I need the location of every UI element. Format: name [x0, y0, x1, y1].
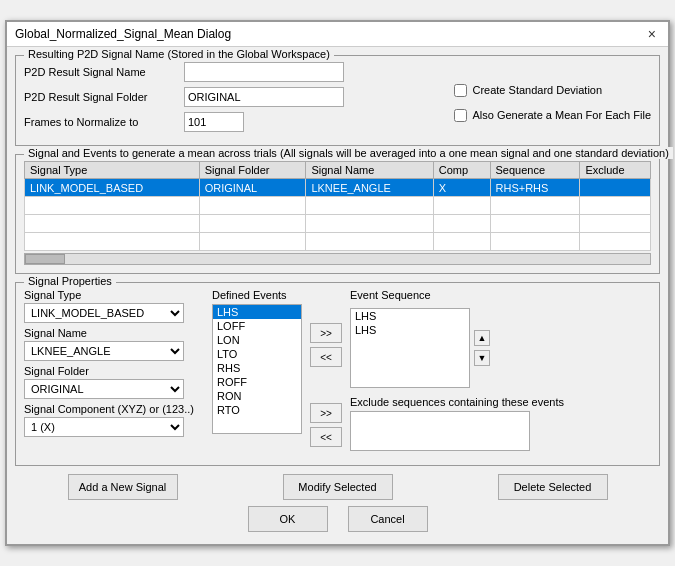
seq-scroll-down[interactable]: ▼ — [474, 350, 490, 366]
list-item[interactable]: RHS — [213, 361, 301, 375]
seq-scroll-arrows: ▲ ▼ — [474, 308, 490, 388]
resulting-p2d-title: Resulting P2D Signal Name (Stored in the… — [24, 48, 334, 60]
event-arrow-bottom: >> << — [310, 387, 342, 447]
create-std-checkbox[interactable] — [454, 84, 467, 97]
p2d-result-input[interactable] — [184, 62, 344, 82]
list-item[interactable]: ROFF — [213, 375, 301, 389]
modify-selected-button[interactable]: Modify Selected — [283, 474, 393, 500]
event-arrow-group: >> << >> << — [310, 289, 342, 451]
p2d-folder-label: P2D Result Signal Folder — [24, 91, 184, 103]
p2d-result-row: P2D Result Signal Name — [24, 62, 434, 82]
add-event-button[interactable]: >> — [310, 323, 342, 343]
list-item[interactable]: LON — [213, 333, 301, 347]
add-signal-button[interactable]: Add a New Signal — [68, 474, 178, 500]
list-item[interactable]: LOFF — [213, 319, 301, 333]
table-cell — [25, 233, 200, 251]
table-cell — [490, 197, 580, 215]
add-exclude-button[interactable]: >> — [310, 403, 342, 423]
remove-event-button[interactable]: << — [310, 347, 342, 367]
p2d-result-label: P2D Result Signal Name — [24, 66, 184, 78]
table-row[interactable] — [25, 233, 651, 251]
col-signal-name: Signal Name — [306, 162, 433, 179]
signal-folder-label: Signal Folder — [24, 365, 204, 377]
signal-name-label: Signal Name — [24, 327, 204, 339]
list-item[interactable]: RON — [213, 389, 301, 403]
list-item[interactable]: RTO — [213, 403, 301, 417]
props-left: Signal Type LINK_MODEL_BASED Signal Name… — [24, 289, 204, 451]
table-header-row: Signal Type Signal Folder Signal Name Co… — [25, 162, 651, 179]
main-dialog: Global_Normalized_Signal_Mean Dialog × R… — [5, 20, 670, 546]
also-generate-checkbox[interactable] — [454, 109, 467, 122]
defined-events-title: Defined Events — [212, 289, 302, 301]
create-std-label: Create Standard Deviation — [472, 84, 602, 96]
signal-table-scroll[interactable]: Signal Type Signal Folder Signal Name Co… — [24, 161, 651, 251]
event-sequence-row: LHSLHS ▲ ▼ — [350, 308, 564, 388]
signal-component-select[interactable]: 1 (X) — [24, 417, 184, 437]
col-exclude: Exclude — [580, 162, 651, 179]
table-row[interactable]: LINK_MODEL_BASEDORIGINALLKNEE_ANGLEXRHS+… — [25, 179, 651, 197]
p2d-folder-row: P2D Result Signal Folder — [24, 87, 434, 107]
table-cell: ORIGINAL — [199, 179, 306, 197]
create-std-row: Create Standard Deviation — [454, 84, 651, 97]
table-cell — [433, 197, 490, 215]
table-cell — [433, 233, 490, 251]
table-cell — [199, 215, 306, 233]
signal-type-select[interactable]: LINK_MODEL_BASED — [24, 303, 184, 323]
signal-folder-select[interactable]: ORIGINAL — [24, 379, 184, 399]
col-sequence: Sequence — [490, 162, 580, 179]
table-cell — [580, 179, 651, 197]
table-cell — [306, 197, 433, 215]
table-cell — [25, 215, 200, 233]
defined-events-listbox[interactable]: LHSLOFFLONLTORHSROFFRONRTO — [212, 304, 302, 434]
signal-props-title: Signal Properties — [24, 275, 116, 287]
close-button[interactable]: × — [644, 26, 660, 42]
dialog-body: Resulting P2D Signal Name (Stored in the… — [7, 47, 668, 544]
event-sequence-title: Event Sequence — [350, 289, 564, 301]
list-item[interactable]: LHS — [351, 309, 469, 323]
table-row[interactable] — [25, 215, 651, 233]
signal-properties-group: Signal Properties Signal Type LINK_MODEL… — [15, 282, 660, 466]
signal-component-label: Signal Component (XYZ) or (123..) — [24, 403, 204, 415]
event-sequence-listbox[interactable]: LHSLHS — [350, 308, 470, 388]
also-generate-row: Also Generate a Mean For Each File — [454, 109, 651, 122]
col-signal-type: Signal Type — [25, 162, 200, 179]
col-signal-folder: Signal Folder — [199, 162, 306, 179]
event-arrow-buttons-bottom: >> << — [310, 387, 342, 447]
signal-folder-field: Signal Folder ORIGINAL — [24, 365, 204, 399]
event-arrow-top: >> << — [310, 307, 342, 367]
cancel-button[interactable]: Cancel — [348, 506, 428, 532]
list-item[interactable]: LTO — [213, 347, 301, 361]
list-item[interactable]: LHS — [213, 305, 301, 319]
exclude-title: Exclude sequences containing these event… — [350, 396, 564, 408]
frames-input[interactable] — [184, 112, 244, 132]
seq-scroll-up[interactable]: ▲ — [474, 330, 490, 346]
list-item[interactable]: LHS — [351, 323, 469, 337]
dialog-title: Global_Normalized_Signal_Mean Dialog — [15, 27, 231, 41]
p2d-folder-input[interactable] — [184, 87, 344, 107]
bottom-buttons-row1: Add a New Signal Modify Selected Delete … — [15, 474, 660, 500]
defined-events-col: Defined Events LHSLOFFLONLTORHSROFFRONRT… — [212, 289, 302, 451]
frames-label: Frames to Normalize to — [24, 116, 184, 128]
table-cell — [199, 233, 306, 251]
table-row[interactable] — [25, 197, 651, 215]
resulting-p2d-group: Resulting P2D Signal Name (Stored in the… — [15, 55, 660, 146]
signal-table-group: Signal and Events to generate a mean acr… — [15, 154, 660, 274]
table-cell — [306, 233, 433, 251]
scrollbar-thumb[interactable] — [25, 254, 65, 264]
table-cell — [580, 197, 651, 215]
title-bar: Global_Normalized_Signal_Mean Dialog × — [7, 22, 668, 47]
event-arrow-buttons-top: >> << — [310, 307, 342, 367]
table-cell: LINK_MODEL_BASED — [25, 179, 200, 197]
horizontal-scrollbar[interactable] — [24, 253, 651, 265]
table-cell — [306, 215, 433, 233]
signal-name-select[interactable]: LKNEE_ANGLE — [24, 341, 184, 361]
delete-selected-button[interactable]: Delete Selected — [498, 474, 608, 500]
exclude-listbox[interactable] — [350, 411, 530, 451]
signal-table: Signal Type Signal Folder Signal Name Co… — [24, 161, 651, 251]
table-cell — [490, 233, 580, 251]
signal-name-field: Signal Name LKNEE_ANGLE — [24, 327, 204, 361]
table-cell — [490, 215, 580, 233]
remove-exclude-button[interactable]: << — [310, 427, 342, 447]
ok-button[interactable]: OK — [248, 506, 328, 532]
bottom-buttons-row2: OK Cancel — [15, 506, 660, 532]
